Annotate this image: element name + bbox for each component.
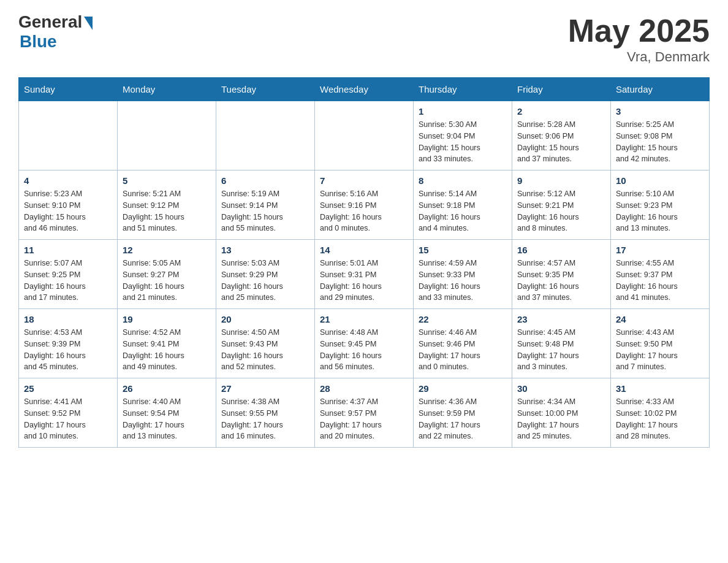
day-number: 3: [616, 106, 704, 117]
day-info: Sunrise: 5:21 AMSunset: 9:12 PMDaylight:…: [123, 188, 211, 234]
day-number: 7: [320, 175, 408, 186]
day-number: 6: [221, 175, 309, 186]
day-number: 21: [320, 314, 408, 324]
calendar-cell: 11Sunrise: 5:07 AMSunset: 9:25 PMDayligh…: [19, 240, 118, 309]
day-number: 30: [517, 383, 605, 394]
day-number: 26: [123, 383, 211, 394]
title-section: May 2025 Vra, Denmark: [568, 12, 710, 65]
day-number: 10: [616, 175, 704, 186]
day-info: Sunrise: 5:30 AMSunset: 9:04 PMDaylight:…: [419, 119, 507, 165]
day-number: 8: [419, 175, 507, 186]
day-info: Sunrise: 5:10 AMSunset: 9:23 PMDaylight:…: [616, 188, 704, 234]
calendar-cell: 16Sunrise: 4:57 AMSunset: 9:35 PMDayligh…: [512, 240, 611, 309]
day-number: 1: [419, 106, 507, 117]
logo: General Blue: [18, 12, 93, 52]
week-row-4: 18Sunrise: 4:53 AMSunset: 9:39 PMDayligh…: [19, 309, 710, 378]
day-number: 16: [517, 245, 605, 255]
calendar-cell: 21Sunrise: 4:48 AMSunset: 9:45 PMDayligh…: [315, 309, 414, 378]
logo-arrow-icon: [84, 17, 93, 30]
day-info: Sunrise: 5:05 AMSunset: 9:27 PMDaylight:…: [123, 258, 211, 304]
day-number: 24: [616, 314, 704, 324]
day-number: 11: [24, 245, 112, 255]
calendar-cell: 3Sunrise: 5:25 AMSunset: 9:08 PMDaylight…: [611, 101, 710, 170]
day-info: Sunrise: 5:23 AMSunset: 9:10 PMDaylight:…: [24, 188, 112, 234]
weekday-header-monday: Monday: [118, 78, 216, 101]
day-number: 18: [24, 314, 112, 324]
calendar-cell: 10Sunrise: 5:10 AMSunset: 9:23 PMDayligh…: [611, 170, 710, 240]
calendar-cell: 20Sunrise: 4:50 AMSunset: 9:43 PMDayligh…: [216, 309, 315, 378]
day-number: 13: [221, 245, 309, 255]
calendar-title: May 2025: [568, 12, 710, 49]
weekday-header-sunday: Sunday: [19, 78, 118, 101]
day-info: Sunrise: 4:40 AMSunset: 9:54 PMDaylight:…: [123, 396, 211, 442]
calendar-cell: 25Sunrise: 4:41 AMSunset: 9:52 PMDayligh…: [19, 378, 118, 448]
day-info: Sunrise: 4:37 AMSunset: 9:57 PMDaylight:…: [320, 396, 408, 442]
calendar-cell: 15Sunrise: 4:59 AMSunset: 9:33 PMDayligh…: [414, 240, 512, 309]
calendar-cell: 17Sunrise: 4:55 AMSunset: 9:37 PMDayligh…: [611, 240, 710, 309]
day-number: 5: [123, 175, 211, 186]
calendar-cell: 22Sunrise: 4:46 AMSunset: 9:46 PMDayligh…: [414, 309, 512, 378]
calendar-cell: 14Sunrise: 5:01 AMSunset: 9:31 PMDayligh…: [315, 240, 414, 309]
day-info: Sunrise: 5:28 AMSunset: 9:06 PMDaylight:…: [517, 119, 605, 165]
day-number: 27: [221, 383, 309, 394]
week-row-3: 11Sunrise: 5:07 AMSunset: 9:25 PMDayligh…: [19, 240, 710, 309]
day-number: 20: [221, 314, 309, 324]
day-info: Sunrise: 5:19 AMSunset: 9:14 PMDaylight:…: [221, 188, 309, 234]
calendar-cell: 2Sunrise: 5:28 AMSunset: 9:06 PMDaylight…: [512, 101, 611, 170]
day-number: 12: [123, 245, 211, 255]
weekday-header-tuesday: Tuesday: [216, 78, 315, 101]
logo-general-text: General: [18, 12, 82, 32]
calendar-cell: [19, 101, 118, 170]
calendar-cell: 12Sunrise: 5:05 AMSunset: 9:27 PMDayligh…: [118, 240, 216, 309]
calendar-cell: [315, 101, 414, 170]
day-info: Sunrise: 5:07 AMSunset: 9:25 PMDaylight:…: [24, 258, 112, 304]
day-number: 23: [517, 314, 605, 324]
day-number: 9: [517, 175, 605, 186]
week-row-2: 4Sunrise: 5:23 AMSunset: 9:10 PMDaylight…: [19, 170, 710, 240]
week-row-1: 1Sunrise: 5:30 AMSunset: 9:04 PMDaylight…: [19, 101, 710, 170]
calendar-cell: 31Sunrise: 4:33 AMSunset: 10:02 PMDaylig…: [611, 378, 710, 448]
day-info: Sunrise: 5:12 AMSunset: 9:21 PMDaylight:…: [517, 188, 605, 234]
day-info: Sunrise: 5:03 AMSunset: 9:29 PMDaylight:…: [221, 258, 309, 304]
day-number: 17: [616, 245, 704, 255]
day-info: Sunrise: 4:38 AMSunset: 9:55 PMDaylight:…: [221, 396, 309, 442]
weekday-header-wednesday: Wednesday: [315, 78, 414, 101]
page-header: General Blue May 2025 Vra, Denmark: [18, 12, 710, 65]
day-number: 14: [320, 245, 408, 255]
day-number: 19: [123, 314, 211, 324]
calendar-table: SundayMondayTuesdayWednesdayThursdayFrid…: [18, 77, 710, 448]
calendar-cell: 30Sunrise: 4:34 AMSunset: 10:00 PMDaylig…: [512, 378, 611, 448]
calendar-cell: 4Sunrise: 5:23 AMSunset: 9:10 PMDaylight…: [19, 170, 118, 240]
calendar-cell: 26Sunrise: 4:40 AMSunset: 9:54 PMDayligh…: [118, 378, 216, 448]
day-info: Sunrise: 4:36 AMSunset: 9:59 PMDaylight:…: [419, 396, 507, 442]
day-number: 29: [419, 383, 507, 394]
calendar-cell: [118, 101, 216, 170]
day-number: 25: [24, 383, 112, 394]
day-info: Sunrise: 4:41 AMSunset: 9:52 PMDaylight:…: [24, 396, 112, 442]
day-info: Sunrise: 4:50 AMSunset: 9:43 PMDaylight:…: [221, 327, 309, 373]
day-info: Sunrise: 4:45 AMSunset: 9:48 PMDaylight:…: [517, 327, 605, 373]
day-number: 31: [616, 383, 704, 394]
calendar-cell: 5Sunrise: 5:21 AMSunset: 9:12 PMDaylight…: [118, 170, 216, 240]
calendar-cell: 23Sunrise: 4:45 AMSunset: 9:48 PMDayligh…: [512, 309, 611, 378]
weekday-header-friday: Friday: [512, 78, 611, 101]
logo-blue-text: Blue: [20, 32, 57, 52]
day-info: Sunrise: 4:52 AMSunset: 9:41 PMDaylight:…: [123, 327, 211, 373]
day-info: Sunrise: 5:25 AMSunset: 9:08 PMDaylight:…: [616, 119, 704, 165]
day-number: 28: [320, 383, 408, 394]
weekday-header-saturday: Saturday: [611, 78, 710, 101]
calendar-cell: 18Sunrise: 4:53 AMSunset: 9:39 PMDayligh…: [19, 309, 118, 378]
day-number: 2: [517, 106, 605, 117]
day-info: Sunrise: 5:16 AMSunset: 9:16 PMDaylight:…: [320, 188, 408, 234]
calendar-cell: [216, 101, 315, 170]
calendar-cell: 29Sunrise: 4:36 AMSunset: 9:59 PMDayligh…: [414, 378, 512, 448]
day-info: Sunrise: 5:14 AMSunset: 9:18 PMDaylight:…: [419, 188, 507, 234]
calendar-location: Vra, Denmark: [568, 49, 710, 65]
day-info: Sunrise: 4:55 AMSunset: 9:37 PMDaylight:…: [616, 258, 704, 304]
day-info: Sunrise: 4:57 AMSunset: 9:35 PMDaylight:…: [517, 258, 605, 304]
day-info: Sunrise: 4:53 AMSunset: 9:39 PMDaylight:…: [24, 327, 112, 373]
day-info: Sunrise: 4:46 AMSunset: 9:46 PMDaylight:…: [419, 327, 507, 373]
day-info: Sunrise: 4:43 AMSunset: 9:50 PMDaylight:…: [616, 327, 704, 373]
day-info: Sunrise: 4:34 AMSunset: 10:00 PMDaylight…: [517, 396, 605, 442]
week-row-5: 25Sunrise: 4:41 AMSunset: 9:52 PMDayligh…: [19, 378, 710, 448]
